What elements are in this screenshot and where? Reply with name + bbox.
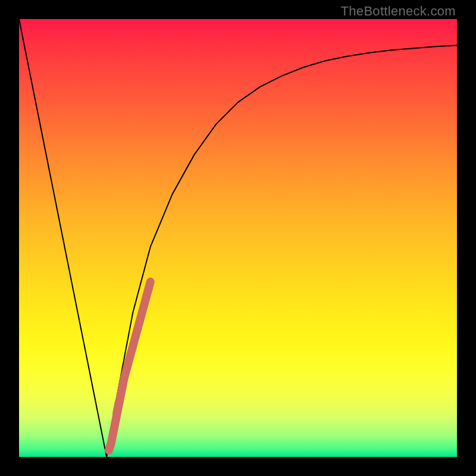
chart-frame: TheBottleneck.com — [0, 0, 476, 476]
series-group — [19, 19, 457, 457]
series-bottleneck-curve — [19, 19, 457, 457]
series-highlight-dot — [117, 402, 119, 413]
series-highlight-segment — [109, 282, 151, 450]
plot-area — [19, 19, 457, 457]
chart-svg — [19, 19, 457, 457]
watermark-text: TheBottleneck.com — [341, 4, 456, 19]
